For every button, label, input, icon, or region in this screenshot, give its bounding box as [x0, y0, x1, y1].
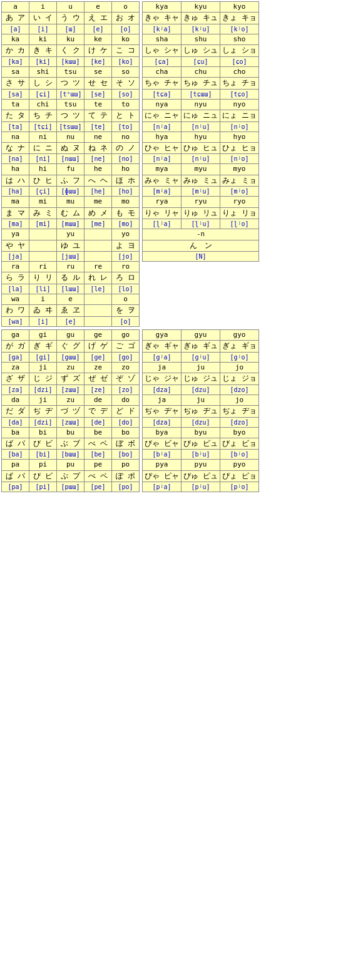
kana-cell: う ウ [57, 13, 84, 24]
header-cell: shu [182, 34, 220, 44]
ipa-cell: [dzo] [220, 417, 259, 427]
kana-cell: ど ド [112, 405, 140, 417]
kana-cell: き キ [29, 45, 57, 57]
kana-cell: ず ズ [57, 373, 84, 385]
ipa-cell: [zɯɯ] [57, 384, 84, 395]
ipa-cell: [ze] [84, 384, 112, 395]
ipa-cell: [nʲo] [220, 121, 259, 132]
header-cell: i [29, 294, 57, 305]
header-cell: sa [2, 66, 29, 77]
ipa-cell: [pʲa] [143, 482, 182, 492]
kana-cell: にゅ ニュ [182, 110, 220, 121]
ipa-cell: [ɭʲa] [143, 219, 182, 229]
header-cell: ku [57, 34, 84, 44]
kana-cell: ぢょ ヂョ [220, 405, 259, 417]
ipa-cell: [mʲu] [182, 187, 220, 197]
header-cell: gi [29, 329, 57, 340]
header-cell: -n [143, 229, 259, 240]
kana-cell: は ハ [2, 175, 29, 187]
header-cell: jo [220, 395, 259, 405]
kana-cell: きゃ キャ [143, 13, 182, 24]
header-cell: myo [220, 164, 259, 175]
kana-cell: ゐ ヰ [29, 305, 57, 317]
kana-cell: お オ [112, 13, 140, 24]
kana-cell: ちゅ チュ [182, 78, 220, 90]
header-cell: pyo [220, 460, 259, 470]
ipa-cell: [dzu] [182, 417, 220, 427]
header-cell: za [2, 362, 29, 373]
kana-cell: じょ ジョ [220, 373, 259, 385]
header-cell: de [84, 395, 112, 405]
ipa-cell: [se] [84, 89, 112, 99]
ipa-cell: [da] [2, 417, 29, 427]
kana-cell: ら ラ [2, 272, 29, 284]
kana-cell: ば バ [2, 438, 29, 450]
kana-cell: け ケ [84, 45, 112, 57]
ipa-cell: [dzu] [182, 384, 220, 395]
header-cell: kyo [220, 2, 259, 13]
bottom-section: gagigugegoが ガぎ ギぐ グげ ゲご ゴ[ga][gi][gɯɯ][g… [1, 329, 362, 492]
header-cell: jo [220, 362, 259, 373]
ipa-cell: [kɯɯ] [57, 56, 84, 66]
kana-cell: べ ベ [84, 438, 112, 450]
header-cell: mya [143, 164, 182, 175]
ipa-cell: [i] [29, 24, 57, 34]
ipa-cell: [me] [84, 219, 112, 229]
kana-cell: りょ リョ [220, 207, 259, 219]
ipa-cell: [dza] [143, 384, 182, 395]
header-cell: ri [29, 262, 57, 272]
kana-cell: ちょ チョ [220, 78, 259, 90]
header-cell: ka [2, 34, 29, 44]
ipa-cell: [dza] [143, 417, 182, 427]
ipa-cell: [ja] [2, 252, 29, 262]
header-cell: cho [220, 66, 259, 77]
ipa-cell: [gɯɯ] [57, 352, 84, 362]
kana-cell: ぎ ギ [29, 341, 57, 353]
ipa-cell: [nʲo] [220, 154, 259, 164]
ipa-cell: [ɸɯɯ] [57, 187, 84, 197]
ipa-cell: [ne] [84, 154, 112, 164]
header-cell: do [112, 395, 140, 405]
kana-cell: せ セ [84, 78, 112, 90]
kana-cell: りゃ リャ [143, 207, 182, 219]
ipa-cell: [dzo] [220, 384, 259, 395]
kana-cell: で デ [84, 405, 112, 417]
ipa-cell: [mʲo] [220, 187, 259, 197]
kana-cell: ちゃ チャ [143, 78, 182, 90]
header-cell: byu [182, 427, 220, 438]
ipa-cell: [gʲa] [143, 352, 182, 362]
header-cell: ja [143, 362, 182, 373]
ipa-cell: [kʲo] [220, 24, 259, 34]
header-cell: bu [57, 427, 84, 438]
header-cell: to [112, 99, 140, 110]
ipa-cell: [ha] [2, 187, 29, 197]
ipa-cell: [de] [84, 417, 112, 427]
ipa-cell: [nɯɯ] [57, 154, 84, 164]
ipa-cell: [ɕi] [29, 89, 57, 99]
kana-cell: の ノ [112, 142, 140, 154]
kana-cell: ざ ザ [2, 373, 29, 385]
kana-cell: ま マ [2, 207, 29, 219]
header-cell: ja [143, 395, 182, 405]
kana-cell: ぜ ゼ [84, 373, 112, 385]
ipa-cell: [lɯɯ] [57, 284, 84, 294]
header-cell: so [112, 66, 140, 77]
kana-cell: にゃ ニャ [143, 110, 182, 121]
header-cell: te [84, 99, 112, 110]
ipa-cell: [gʲu] [182, 352, 220, 362]
ipa-cell: [tˢɯɯ] [57, 89, 84, 99]
header-cell: hi [29, 164, 57, 175]
header-cell: wa [2, 294, 29, 305]
ipa-cell: [pʲo] [220, 482, 259, 492]
kana-cell: を ヲ [112, 305, 140, 317]
ipa-cell: [kʲa] [143, 24, 182, 34]
kana-cell: ぎょ ギョ [220, 341, 259, 353]
ipa-cell: [do] [112, 417, 140, 427]
kana-cell: ゑ ヱ [57, 305, 84, 317]
main-kana-table: aiueoあ アい イう ウえ エお オ[a][i][ɯ][e][o]kakik… [1, 1, 140, 327]
kana-cell: り リ [29, 272, 57, 284]
kana-cell: ひゃ ヒャ [143, 142, 182, 154]
kana-cell: あ ア [2, 13, 29, 24]
kana-cell: ほ ホ [112, 175, 140, 187]
kana-cell: こ コ [112, 45, 140, 57]
